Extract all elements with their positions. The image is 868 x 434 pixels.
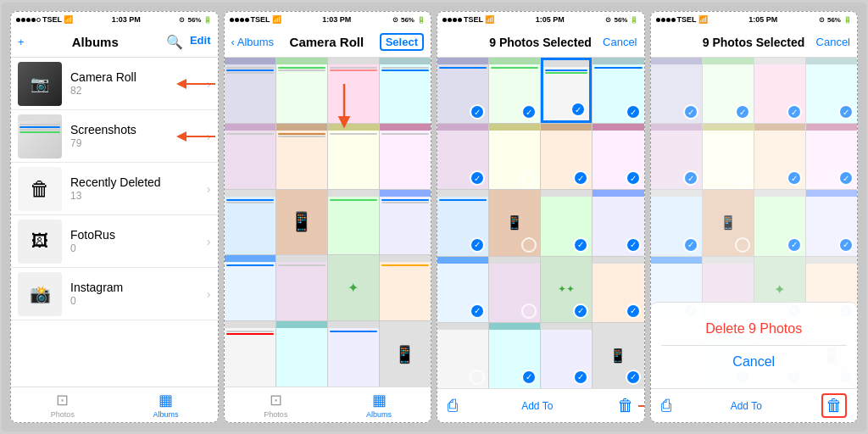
trash-icon[interactable]: 🗑	[617, 396, 634, 415]
grid-cell[interactable]	[380, 58, 431, 123]
add-to-button[interactable]: Add To	[731, 400, 762, 412]
add-to-button[interactable]: Add To	[521, 400, 553, 412]
grid-cell[interactable]: ✓	[593, 257, 643, 322]
grid-cell[interactable]	[225, 255, 275, 320]
battery-icon: 🔋	[417, 16, 426, 24]
list-item[interactable]: 📷 Camera Roll 82 ›	[11, 58, 218, 110]
list-item[interactable]: Screenshots 79 ›	[11, 110, 218, 163]
grid-cell[interactable]	[437, 323, 488, 388]
check-badge-empty	[521, 303, 537, 319]
grid-cell[interactable]	[489, 124, 540, 189]
grid-cell[interactable]: 📱	[276, 190, 327, 255]
check-badge: ✓	[735, 104, 750, 120]
grid-cell[interactable]: ✓	[703, 58, 754, 123]
share-icon[interactable]: ⎙	[448, 396, 458, 415]
trash-arrow-annotation	[638, 398, 645, 415]
grid-cell[interactable]: 📱	[703, 190, 754, 255]
edit-button[interactable]: Edit	[190, 34, 211, 50]
carrier-label: TSEL	[464, 15, 483, 24]
list-item[interactable]: 🖼 FotoRus 0 ›	[11, 215, 218, 268]
grid-cell-highlighted[interactable]: ✓	[541, 58, 592, 123]
select-button[interactable]: Select	[380, 33, 424, 51]
check-badge: ✓	[573, 237, 588, 253]
grid-cell[interactable]	[489, 257, 540, 322]
grid-cell[interactable]: ✓	[754, 124, 805, 189]
grid-cell[interactable]	[328, 190, 379, 255]
grid-cell[interactable]: ✓	[593, 190, 643, 255]
time-label: 1:05 PM	[536, 15, 565, 24]
grid-cell[interactable]: 📱	[489, 190, 540, 255]
grid-cell[interactable]: ✓	[437, 58, 488, 123]
grid-cell[interactable]: ✓	[651, 58, 702, 123]
grid-cell[interactable]	[225, 190, 275, 255]
grid-cell[interactable]: ✓	[806, 124, 857, 189]
grid-cell[interactable]	[703, 124, 754, 189]
signal-dot	[458, 18, 462, 22]
list-item[interactable]: 📸 Instagram 0 ›	[11, 268, 218, 320]
albums-tab-label: Albums	[366, 410, 392, 419]
grid-cell[interactable]: ✓	[754, 58, 805, 123]
grid-cell[interactable]: ✓	[541, 124, 592, 189]
grid-cell[interactable]	[328, 321, 379, 387]
grid-cell[interactable]	[225, 124, 275, 189]
grid-cell[interactable]: ✦	[328, 255, 379, 320]
trash-icon[interactable]: 🗑	[821, 393, 847, 418]
signal-dot	[230, 18, 234, 22]
check-badge: ✓	[470, 303, 485, 319]
time-label: 1:05 PM	[748, 15, 777, 24]
grid-cell[interactable]: 📱	[380, 321, 431, 387]
fotorus-thumb: 🖼	[18, 220, 62, 264]
grid-cell[interactable]: ✓	[489, 58, 540, 123]
list-item[interactable]: 🗑 Recently Deleted 13 ›	[11, 163, 218, 215]
grid-cell[interactable]	[328, 58, 379, 123]
add-button[interactable]: +	[18, 36, 25, 48]
grid-cell[interactable]: ✓	[651, 190, 702, 255]
tab-albums[interactable]: ▦ Albums	[327, 387, 431, 422]
grid-cell[interactable]	[276, 124, 327, 189]
search-icon[interactable]: 🔍	[166, 34, 183, 50]
grid-cell[interactable]	[225, 58, 275, 123]
cancel-button[interactable]: Cancel	[603, 36, 637, 48]
chevron-icon: ›	[207, 235, 211, 248]
chevron-icon: ›	[207, 287, 211, 301]
grid-cell[interactable]: ✦✦ ✓	[541, 257, 592, 322]
grid-cell[interactable]	[380, 255, 431, 320]
tab-photos[interactable]: ⊡ Photos	[11, 387, 114, 422]
grid-cell[interactable]	[276, 58, 327, 123]
selection-nav-3: 9 Photos Selected Cancel	[437, 27, 644, 58]
cancel-button[interactable]: Cancel	[816, 36, 850, 48]
grid-cell[interactable]: ✓	[806, 190, 857, 255]
album-count: 0	[70, 295, 207, 307]
grid-cell[interactable]: ✓	[651, 124, 702, 189]
check-badge: ✓	[626, 303, 641, 319]
grid-cell[interactable]	[328, 124, 379, 189]
grid-cell[interactable]: 📱 ✓	[593, 323, 643, 388]
phone-4: TSEL 📶 1:05 PM ⊙ 56% 🔋 9 Photos Selected…	[650, 11, 859, 423]
phone-1: TSEL 📶 1:03 PM ⊙ 56% 🔋 + Albums 🔍 Edit	[10, 11, 219, 423]
grid-cell[interactable]: ✓	[541, 190, 592, 255]
cancel-overlay-button[interactable]: Cancel	[661, 346, 848, 378]
tab-albums[interactable]: ▦ Albums	[114, 387, 218, 422]
grid-cell[interactable]: ✓	[806, 58, 857, 123]
signal-dot	[656, 18, 660, 22]
grid-cell[interactable]: ✓	[489, 323, 540, 388]
battery-label: 56%	[827, 16, 841, 24]
grid-cell[interactable]: ✓	[593, 58, 643, 123]
grid-cell[interactable]: ✓	[593, 124, 643, 189]
grid-cell[interactable]: ✓	[437, 124, 488, 189]
tab-photos[interactable]: ⊡ Photos	[225, 387, 328, 422]
delete-photos-button[interactable]: Delete 9 Photos	[661, 313, 848, 346]
check-badge-empty	[470, 370, 485, 385]
grid-cell[interactable]	[225, 321, 275, 387]
grid-cell[interactable]	[380, 190, 431, 255]
grid-cell[interactable]	[380, 124, 431, 189]
grid-cell[interactable]	[276, 255, 327, 320]
grid-cell[interactable]: ✓	[437, 190, 488, 255]
back-button[interactable]: ‹ Albums	[231, 36, 275, 48]
grid-cell[interactable]: ✓	[754, 190, 805, 255]
grid-cell[interactable]: ✓	[541, 323, 592, 388]
grid-cell[interactable]: ✓	[437, 257, 488, 322]
share-icon[interactable]: ⎙	[661, 396, 671, 415]
signal-dot	[671, 18, 676, 22]
grid-cell[interactable]	[276, 321, 327, 387]
